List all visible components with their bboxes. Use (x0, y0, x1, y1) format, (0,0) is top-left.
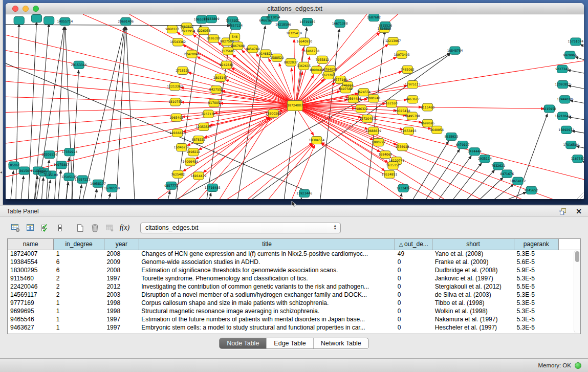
citation-edge-black (16, 24, 19, 199)
teal-node[interactable] (31, 15, 41, 23)
tab-node-table[interactable]: Node Table (220, 338, 266, 348)
citation-edge-black (6, 25, 231, 26)
tab-edge-table[interactable]: Edge Table (266, 338, 313, 348)
column-header-out_degree[interactable]: △ out_de... (395, 239, 432, 250)
node-label: 8215958 (542, 107, 556, 111)
table-panel-header: Table Panel ✕ (0, 206, 588, 217)
node-label: 162160 (385, 101, 397, 105)
citation-edge-black (83, 27, 124, 199)
node-label: 9245652 (525, 188, 538, 192)
table-row[interactable]: 1872400712008Changes of HCN gene express… (8, 250, 580, 258)
node-label: 15692971 (558, 128, 574, 132)
tab-network-table[interactable]: Network Table (313, 338, 368, 348)
table-row[interactable]: 2242004622012Investigating the contribut… (8, 282, 580, 291)
table-selector-dropdown[interactable]: citations_edges.txt ▲▼ (140, 223, 341, 233)
table-row[interactable]: 1456911722003Disruption of a novel membe… (8, 291, 580, 299)
column-header-year[interactable]: year (104, 239, 139, 250)
node-label: 16671388 (332, 21, 348, 25)
node-label: 3474444 (468, 149, 482, 153)
citation-edge-black (495, 184, 514, 199)
node-label: 16033809 (204, 17, 220, 20)
table-row[interactable]: 1938455462009Genome-wide association stu… (8, 258, 580, 266)
table-row[interactable]: 977716911998Corpus callosum shape and si… (8, 299, 580, 307)
network-canvas[interactable]: 1872400718300295193845547663822986012389… (6, 14, 584, 199)
citation-edge-black (168, 191, 170, 199)
cell-out_degree: 0 (395, 266, 432, 274)
node-label: 9699695 (421, 121, 434, 125)
node-label: 8186328 (207, 36, 221, 40)
table-row[interactable]: 946554611997Estimation of the future num… (8, 315, 580, 323)
column-header-name[interactable]: name (8, 239, 54, 250)
node-label: 6497568 (339, 87, 353, 91)
cell-short: Dudbridge et al. (2008) (432, 266, 514, 274)
citation-edge-black (209, 193, 211, 199)
status-bar: Memory: OK (0, 358, 588, 372)
node-label: 7625402 (171, 172, 185, 176)
cell-pagerank: 5.3E-5 (514, 250, 559, 258)
cell-in_degree: 1 (54, 299, 104, 307)
node-label: 7663822 (180, 25, 193, 28)
node-label: 16210643 (555, 114, 571, 118)
delete-table-icon[interactable] (102, 222, 117, 234)
cell-title: Estimation of the future numbers of pati… (139, 315, 395, 323)
node-label: 12213967 (385, 39, 401, 42)
citation-edge-black (575, 57, 584, 60)
float-panel-icon[interactable] (559, 208, 567, 215)
cell-in_degree: 2 (54, 282, 104, 291)
cell-short: Yano et al. (2008) (432, 250, 514, 258)
vertical-scrollbar[interactable] (574, 250, 580, 333)
column-header-pagerank[interactable]: pagerank (514, 239, 559, 250)
teal-node[interactable] (44, 17, 54, 25)
node-label: 17975115 (405, 82, 421, 86)
table-row[interactable]: 1830029562008Estimation of significance … (8, 266, 580, 274)
table-head-row: namein_degreeyeartitle△ out_de...shortpa… (8, 239, 580, 250)
table-options-icon[interactable] (8, 222, 23, 234)
column-header-short[interactable]: short (432, 239, 514, 250)
create-table-icon[interactable] (73, 222, 88, 234)
node-label: 8813054 (267, 15, 280, 19)
function-builder-icon[interactable]: f(x) (117, 222, 132, 234)
node-label: 10654112 (510, 179, 526, 183)
cell-year: 1997 (104, 315, 139, 323)
node-label: 1684067 (378, 152, 392, 156)
node-label: 15046756 (173, 145, 189, 149)
show-columns-icon[interactable] (23, 222, 38, 234)
scrollbar-thumb[interactable] (575, 251, 579, 262)
node-label: 19524851 (382, 172, 398, 176)
node-label: 16848784 (447, 49, 463, 52)
node-label: 1733426 (397, 186, 410, 190)
delete-entries-trash-icon[interactable] (88, 222, 102, 234)
network-window-title: citations_edges.txt (6, 5, 584, 12)
node-label: 1588520 (270, 56, 284, 59)
row-view-icon[interactable] (53, 222, 68, 234)
node-label: 15720407 (359, 117, 375, 120)
teal-node[interactable] (14, 17, 24, 25)
network-window-titlebar[interactable]: citations_edges.txt (6, 3, 584, 14)
cell-name: 18300295 (8, 266, 54, 274)
node-label: 16782759 (104, 186, 120, 190)
cell-name: 9465546 (8, 315, 54, 323)
column-header-title[interactable]: title (139, 239, 395, 250)
table-row[interactable]: 911546021997Tourette syndrome. Phenomeno… (8, 274, 580, 282)
table-row[interactable]: 969969511998Structural magnetic resonanc… (8, 307, 580, 315)
node-table-scrollpane: namein_degreeyeartitle△ out_de...shortpa… (7, 238, 581, 334)
memory-status-indicator[interactable] (575, 362, 581, 369)
citation-edge-black (95, 189, 97, 199)
close-panel-icon[interactable]: ✕ (576, 208, 582, 215)
cell-short: de Silva et al. (2003) (432, 291, 514, 299)
select-columns-checklist-icon[interactable] (38, 222, 53, 234)
cell-title: Disruption of a novel member of a sodium… (139, 291, 395, 299)
cell-in_degree: 6 (54, 258, 104, 266)
node-label: 20564486 (345, 97, 361, 100)
node-label: 2718126 (176, 69, 189, 72)
citation-edge-red (6, 51, 295, 106)
panel-handle-icon[interactable]: ◂ (0, 170, 2, 174)
node-label: 18325419 (286, 31, 302, 35)
table-row[interactable]: 946362711997Embryonic stem cells: a mode… (8, 323, 580, 332)
column-header-in_degree[interactable]: in_degree (54, 239, 104, 250)
node-label: 17957223 (75, 178, 91, 181)
citation-network-graph[interactable]: 1872400718300295193845547663822986012389… (6, 14, 584, 199)
node-label: 12444180 (557, 97, 573, 101)
node-label: 19218596 (275, 23, 291, 26)
node-label: 8912954 (181, 29, 195, 33)
